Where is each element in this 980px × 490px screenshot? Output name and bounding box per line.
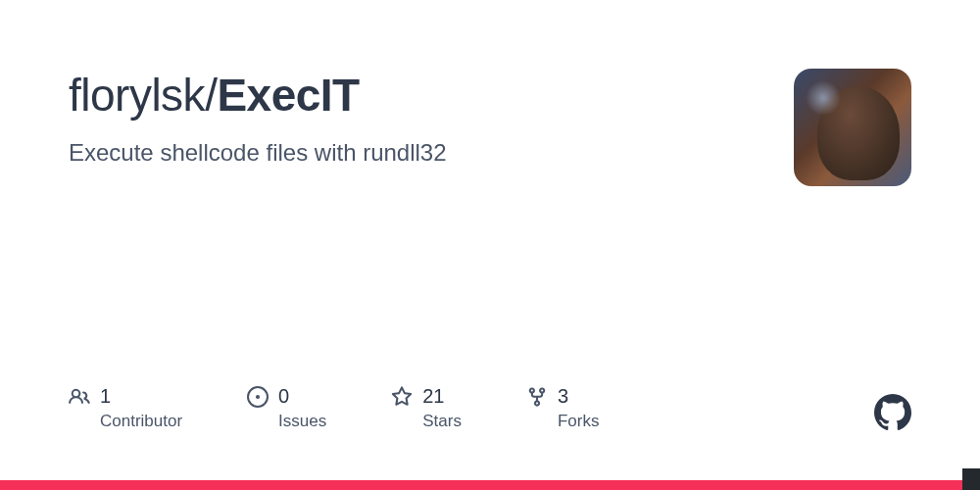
stat-text: 1 Contributor — [100, 384, 182, 431]
github-logo-icon — [874, 394, 911, 435]
stat-stars: 21 Stars — [391, 384, 462, 431]
stat-value: 3 — [558, 384, 600, 408]
repo-title: florylsk/ExecIT — [69, 69, 794, 122]
owner-name: florylsk — [69, 70, 205, 121]
stat-text: 21 Stars — [422, 384, 462, 431]
accent-bar — [0, 480, 980, 490]
avatar — [794, 69, 911, 186]
issue-icon — [247, 386, 269, 412]
star-icon — [391, 386, 413, 412]
stat-label: Stars — [422, 412, 462, 431]
stat-text: 3 Forks — [558, 384, 600, 431]
stat-value: 0 — [278, 384, 326, 408]
stat-label: Forks — [558, 412, 600, 431]
title-block: florylsk/ExecIT Execute shellcode files … — [69, 69, 794, 167]
stat-contributors: 1 Contributor — [69, 384, 182, 431]
repo-description: Execute shellcode files with rundll32 — [69, 139, 794, 167]
stat-text: 0 Issues — [278, 384, 326, 431]
stats-row: 1 Contributor 0 Issues 21 Stars — [69, 384, 599, 431]
repo-name: ExecIT — [217, 70, 359, 121]
people-icon — [69, 386, 90, 412]
accent-bar-dark — [962, 468, 980, 490]
stat-value: 21 — [422, 384, 462, 408]
stat-label: Contributor — [100, 412, 182, 431]
stat-value: 1 — [100, 384, 182, 408]
fork-icon — [526, 386, 548, 412]
stat-forks: 3 Forks — [526, 384, 600, 431]
header-row: florylsk/ExecIT Execute shellcode files … — [69, 69, 911, 186]
stat-label: Issues — [278, 412, 326, 431]
stat-issues: 0 Issues — [247, 384, 326, 431]
social-card: florylsk/ExecIT Execute shellcode files … — [0, 0, 980, 490]
